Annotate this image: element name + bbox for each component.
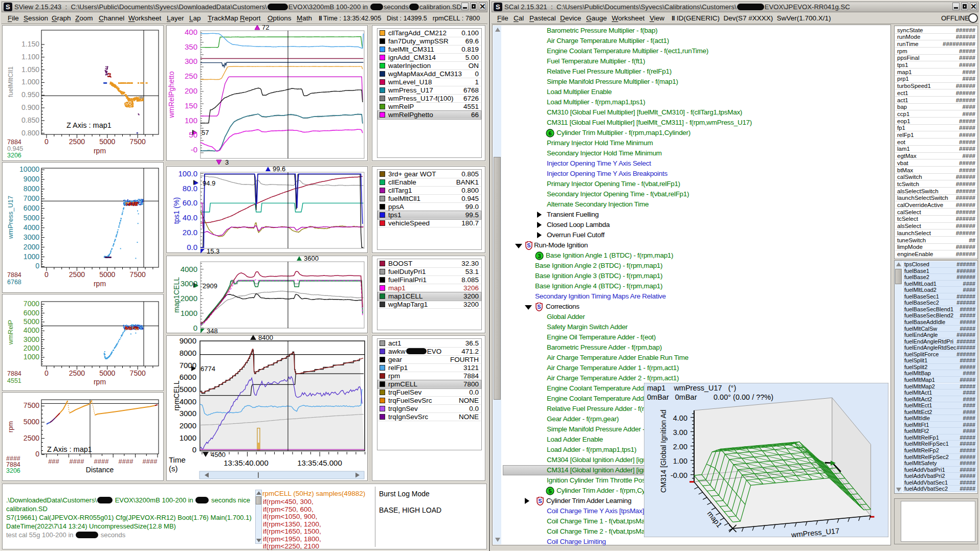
svg-text:80.0: 80.0 [183,184,197,193]
svg-text:0mBar 0mBar: 0mBar 0mBar [647,393,697,401]
svg-text:wmRelP: wmRelP [7,320,14,345]
svg-text:Time: Time [169,455,186,464]
svg-text:9000: 9000 [24,175,39,183]
svg-text:####: #### [119,457,134,465]
svg-text:1000: 1000 [180,433,196,442]
svg-text:3600: 3600 [304,255,319,262]
svg-text:5000: 5000 [99,137,115,146]
svg-text:rpm: rpm [94,378,106,386]
svg-text:7884: 7884 [7,139,21,146]
svg-text:10000: 10000 [19,165,39,173]
svg-text:60.0: 60.0 [183,198,197,207]
svg-text:6000: 6000 [180,373,196,381]
svg-text:0: 0 [193,324,197,332]
svg-text:13:35:40.000: 13:35:40.000 [224,458,269,467]
svg-text:150: 150 [185,101,197,110]
svg-text:3000: 3000 [180,409,196,418]
svg-text:400: 400 [185,28,197,36]
svg-text:CM314 [Global Ignition Ad: CM314 [Global Ignition Ad [659,409,667,493]
svg-text:7500: 7500 [130,270,146,279]
svg-text:3: 3 [538,252,541,259]
svg-text:wmPress_U17: wmPress_U17 [7,196,14,240]
svg-text:2500: 2500 [69,369,85,377]
svg-text:6768: 6768 [7,279,21,286]
svg-text:####: #### [70,457,85,465]
svg-text:100.0: 100.0 [178,169,197,178]
svg-text:2500: 2500 [24,434,39,442]
svg-text:4000: 4000 [180,397,196,406]
svg-text:4.00: 4.00 [673,414,687,422]
svg-text:200: 200 [185,86,197,95]
svg-text:4000: 4000 [24,223,39,232]
svg-text:0.00° (0.00 / ??%): 0.00° (0.00 / ??%) [714,393,773,401]
svg-text:8000: 8000 [180,349,196,357]
svg-text:99.6: 99.6 [273,165,285,173]
svg-text:0.945: 0.945 [7,145,23,152]
svg-text:20.0: 20.0 [183,228,197,237]
svg-text:57: 57 [202,129,209,136]
svg-text:4000: 4000 [181,265,197,273]
svg-text:7500: 7500 [130,137,146,146]
svg-text:####: #### [94,457,109,465]
svg-text:S: S [538,498,542,504]
svg-text:###: ### [48,457,59,465]
svg-text:2000: 2000 [24,344,39,352]
svg-text:wmRelPghetto: wmRelPghetto [167,71,175,118]
svg-text:7884: 7884 [7,271,21,279]
svg-text:9000: 9000 [180,336,196,345]
svg-text:0.800: 0.800 [21,129,39,137]
svg-text:350: 350 [185,42,197,51]
svg-text:0.900: 0.900 [21,103,39,111]
svg-text:Z Axis : map1: Z Axis : map1 [66,121,112,129]
svg-text:5000: 5000 [180,385,196,394]
svg-text:2000: 2000 [180,421,196,430]
svg-text:rpm: rpm [94,280,106,288]
svg-text:7000: 7000 [24,194,39,202]
svg-text:0: 0 [44,369,49,377]
svg-text:0: 0 [35,450,39,458]
svg-text:6774: 6774 [201,365,215,373]
svg-text:100: 100 [185,116,197,125]
svg-text:map1 wmPress_U17 (°): map1 wmPress_U17 (°) [647,384,736,392]
svg-text:1.00: 1.00 [673,457,687,465]
svg-text:rpm: rpm [94,147,106,155]
svg-text:1.000: 1.000 [21,78,39,86]
svg-text:1000: 1000 [181,309,197,317]
svg-text:8400: 8400 [258,334,273,341]
svg-text:6000: 6000 [24,204,39,212]
svg-text:1.050: 1.050 [21,65,39,74]
svg-text:rpmCELL: rpmCELL [172,380,181,410]
svg-text:0: 0 [35,262,39,270]
svg-text:3: 3 [225,158,229,166]
svg-text:8000: 8000 [24,185,39,193]
svg-text:5000: 5000 [24,317,39,326]
svg-text:rpm: rpm [7,421,14,432]
svg-text:3206: 3206 [6,467,20,474]
svg-text:(s): (s) [169,464,178,473]
svg-text:2909: 2909 [203,282,217,290]
svg-text:0: 0 [192,445,196,454]
svg-text:0.0: 0.0 [187,243,197,251]
svg-text:3206: 3206 [7,152,21,159]
svg-text:####: #### [143,457,158,465]
svg-text:0.950: 0.950 [21,90,39,99]
svg-text:0: 0 [44,137,49,146]
svg-text:3000: 3000 [24,335,39,343]
svg-text:tps1 (%): tps1 (%) [172,197,181,224]
svg-text:5: 5 [548,488,551,494]
svg-text:map1CELL: map1CELL [172,277,181,313]
svg-text:7884: 7884 [7,370,21,377]
svg-text:2.00: 2.00 [673,443,687,451]
svg-text:1000: 1000 [24,252,39,261]
svg-text:2000: 2000 [181,294,197,303]
svg-text:1.150: 1.150 [21,40,39,48]
svg-text:1000: 1000 [24,353,39,361]
svg-text:Z Axis : map1: Z Axis : map1 [47,445,92,453]
svg-text:-0: -0 [191,145,197,154]
svg-text:5000: 5000 [24,214,39,222]
svg-text:94.9: 94.9 [203,179,215,187]
svg-text:15.3: 15.3 [207,247,219,255]
svg-text:13:35:45.000: 13:35:45.000 [297,458,342,467]
svg-text:Distance: Distance [86,466,114,474]
svg-text:3000: 3000 [24,233,39,241]
